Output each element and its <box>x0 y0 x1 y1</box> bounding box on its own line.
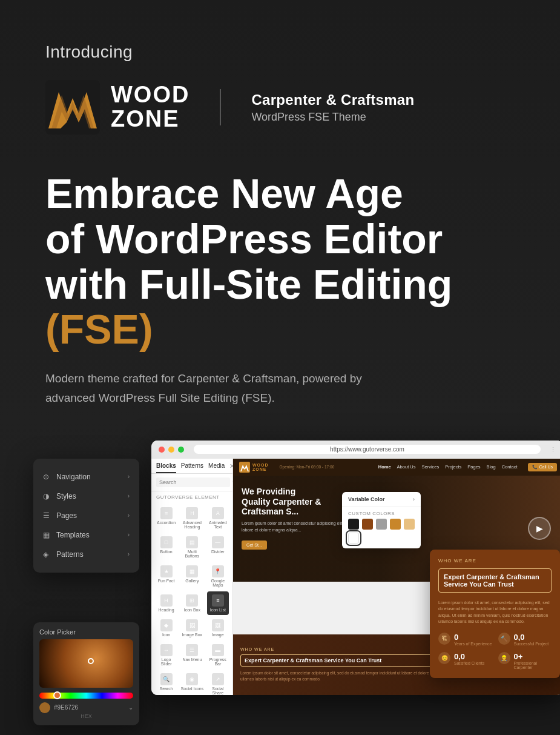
navigation-icon: ⊙ <box>43 473 51 481</box>
stat-years-num: 0 <box>454 633 492 642</box>
sidebar-item-navigation[interactable]: ⊙ Navigation › <box>33 467 139 487</box>
block-animated-text[interactable]: A Animated Text <box>207 504 229 532</box>
block-gallery[interactable]: ▦ Gallery <box>179 562 206 590</box>
nav-contact[interactable]: Contact <box>502 464 518 470</box>
logo-tagline-row: WOOD ZONE Carpenter & Craftsman WordPres… <box>45 80 515 135</box>
stat-carpenters: 👷 0+ Professional Carpenter <box>498 652 552 670</box>
social-share-icon: ↗ <box>212 673 224 685</box>
url-bar[interactable]: https://www.gutorverse.com <box>194 445 541 454</box>
sidebar-styles-label: Styles <box>56 492 76 501</box>
accordion-icon: ≡ <box>160 507 173 519</box>
sidebar-templates-label: Templates <box>56 531 90 539</box>
patterns-icon: ◈ <box>43 550 51 559</box>
hex-dropdown-arrow[interactable]: ⌄ <box>128 704 133 711</box>
block-multi-buttons[interactable]: ▤ Multi Buttons <box>179 533 206 561</box>
nav-menu-label: Nav Menu <box>182 657 202 662</box>
block-nav-menu[interactable]: ☰ Nav Menu <box>179 641 206 669</box>
block-search[interactable]: 🔍 Search <box>155 670 177 695</box>
advanced-heading-icon: H <box>186 507 198 519</box>
logo-word1: WOOD <box>111 83 189 107</box>
website-hero-cta[interactable]: Get St... <box>242 540 267 550</box>
vc-arrow: › <box>413 496 415 502</box>
styles-arrow: › <box>128 493 130 499</box>
clients-icon: 😊 <box>438 652 450 664</box>
play-button[interactable]: ▶ <box>528 517 551 540</box>
stat-clients: 😊 0,0 Satisfied Clients <box>438 652 492 670</box>
block-google-maps[interactable]: 📍 Google Maps <box>207 562 229 590</box>
icon-label: Icon <box>162 633 170 637</box>
sidebar-pages-label: Pages <box>56 511 77 520</box>
variable-color-popup: Variable Color › CUSTOM COLORS <box>342 492 421 548</box>
image-box-icon: 🖼 <box>186 619 198 631</box>
sidebar-item-pages[interactable]: ☰ Pages › <box>33 506 139 525</box>
block-button[interactable]: □ Button <box>155 533 177 561</box>
block-icon[interactable]: ◆ Icon <box>155 616 177 640</box>
advanced-heading-label: Advanced Heading <box>180 520 204 529</box>
introducing-label: Introducing <box>45 42 515 62</box>
accordion-label: Accordion <box>157 520 176 525</box>
maximize-dot[interactable] <box>178 447 184 453</box>
hex-label: HEX <box>39 713 133 719</box>
hex-row: #9E6726 ⌄ <box>39 702 133 713</box>
tab-patterns[interactable]: Patterns <box>181 462 203 473</box>
minimize-dot[interactable] <box>168 447 174 453</box>
block-icon-list[interactable]: ≡ Icon List <box>207 591 229 615</box>
color-swatch-white[interactable] <box>348 533 359 544</box>
block-image-box[interactable]: 🖼 Image Box <box>179 616 206 640</box>
screenshot-section: ⊙ Navigation › ◑ Styles › ☰ Pages › ▦ Te… <box>45 441 515 701</box>
icon-icon: ◆ <box>160 619 173 631</box>
tab-media[interactable]: Media <box>208 462 225 473</box>
tab-blocks[interactable]: Blocks <box>156 462 176 473</box>
close-dot[interactable] <box>159 447 165 453</box>
wp-search-row: 🔍 <box>151 474 232 491</box>
nav-home[interactable]: Home <box>378 464 391 470</box>
color-swatch-gold[interactable] <box>390 519 401 530</box>
nav-blog[interactable]: Blog <box>487 464 496 470</box>
wz-logo-small: WOODZONE <box>239 462 269 473</box>
stat-projects-label: Successful Project <box>514 642 549 646</box>
tagline-area: Carpenter & Craftsman WordPress FSE Them… <box>251 91 414 124</box>
sidebar-item-styles[interactable]: ◑ Styles › <box>33 487 139 506</box>
wz-nav-items: Home About Us Services Projects Pages Bl… <box>378 464 518 470</box>
block-heading[interactable]: H Heading <box>155 591 177 615</box>
block-image[interactable]: 🖼 Image <box>207 616 229 640</box>
block-social-icons[interactable]: ◉ Social Icons <box>179 670 206 695</box>
color-swatch-black[interactable] <box>348 519 359 530</box>
nav-projects[interactable]: Projects <box>445 464 461 470</box>
color-swatch-light-gold[interactable] <box>404 519 415 530</box>
image-icon: 🖼 <box>212 619 224 631</box>
color-swatch-gray[interactable] <box>376 519 387 530</box>
nav-pages[interactable]: Pages <box>467 464 480 470</box>
color-swatch-brown[interactable] <box>362 519 373 530</box>
block-progress-bar[interactable]: ▬ Progress Bar <box>207 641 229 669</box>
stat-carpenters-num: 0+ <box>514 652 552 661</box>
templates-icon: ▦ <box>43 531 51 539</box>
logo-word2: ZONE <box>111 107 189 131</box>
sidebar-item-templates[interactable]: ▦ Templates › <box>33 525 139 545</box>
color-picker-dot[interactable] <box>88 658 94 664</box>
block-icon-box[interactable]: ⊞ Icon Box <box>179 591 206 615</box>
hue-dot[interactable] <box>53 691 61 699</box>
nav-services[interactable]: Services <box>421 464 439 470</box>
nav-about[interactable]: About Us <box>397 464 416 470</box>
wp-search-input[interactable] <box>156 477 230 487</box>
wp-editor-sidebar: Blocks Patterns Media ✕ 🔍 GUTORVERSE ELE… <box>151 459 233 695</box>
block-accordion[interactable]: ≡ Accordion <box>155 504 177 532</box>
color-picker-panel[interactable]: Color Picker #9E6726 ⌄ HEX <box>33 622 139 725</box>
stat-years-label: Years of Experience <box>454 642 492 646</box>
block-logo-slider[interactable]: ↔ Logo Slider <box>155 641 177 669</box>
sidebar-item-patterns[interactable]: ◈ Patterns › <box>33 545 139 564</box>
block-divider[interactable]: — Divider <box>207 533 229 561</box>
wp-editor-tabs: Blocks Patterns Media ✕ <box>151 459 232 474</box>
block-social-share[interactable]: ↗ Social Share <box>207 670 229 695</box>
icon-list-icon: ≡ <box>212 594 224 607</box>
hex-value[interactable]: #9E6726 <box>54 704 125 711</box>
tagline-title: Carpenter & Craftsman <box>251 91 414 108</box>
gallery-icon: ▦ <box>186 565 198 577</box>
nav-cta-button[interactable]: 📞 Call Us <box>528 463 557 471</box>
block-fun-fact[interactable]: ★ Fun Fact <box>155 562 177 590</box>
color-gradient-area[interactable] <box>39 639 133 688</box>
hue-slider[interactable] <box>39 693 133 699</box>
styles-icon: ◑ <box>43 492 51 501</box>
block-advanced-heading[interactable]: H Advanced Heading <box>179 504 206 532</box>
